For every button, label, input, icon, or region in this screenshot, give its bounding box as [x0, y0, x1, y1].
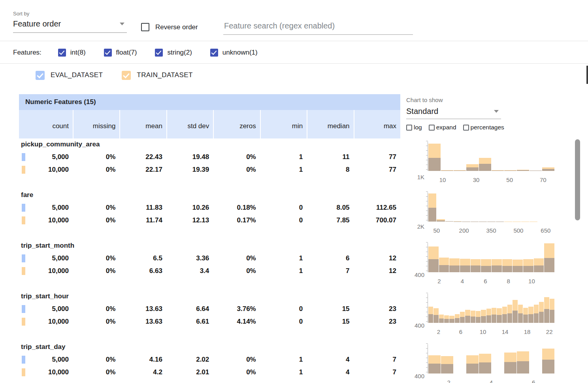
column-header-min: min [261, 110, 307, 138]
histogram-bucket [502, 243, 513, 272]
histogram-plot-wrap: 10305070 [428, 142, 555, 184]
stat-cell: 0% [214, 151, 260, 163]
y-axis-ticks-icon [426, 343, 428, 374]
histogram-bar [445, 221, 453, 222]
stat-value: 15 [342, 305, 350, 313]
histogram-bucket [539, 294, 544, 323]
x-tick-label: 50 [506, 176, 513, 183]
histogram-bucket [542, 142, 555, 171]
histogram-bar [542, 360, 554, 374]
histogram-bar [534, 313, 539, 323]
log-checkbox[interactable] [406, 125, 412, 131]
sort-by-select[interactable]: Feature order [13, 17, 127, 33]
percentages-checkbox[interactable] [463, 125, 469, 131]
stat-value: 5,000 [52, 204, 69, 211]
reverse-order-checkbox[interactable] [141, 23, 149, 31]
stat-cell: 6.61 [167, 315, 213, 328]
stat-cell: 5,000 [19, 252, 73, 265]
table-title-band: Numeric Features (15) [19, 94, 400, 110]
feature-name: pickup_community_area [21, 140, 100, 148]
stat-cell: 8 [307, 163, 353, 176]
x-tick-label: 10 [480, 328, 486, 335]
histogram-bar [502, 266, 513, 272]
histogram-bucket [433, 294, 439, 323]
stats-row: 10,000 0% 11.74 12.13 0.17% 0 7.85 700.0… [19, 214, 400, 227]
stat-cell: 6.63 [120, 265, 166, 277]
histogram-bucket [441, 344, 454, 374]
y-axis-label: 1K [417, 173, 424, 180]
filter-int[interactable]: int(8) [58, 49, 86, 57]
stat-value: 4 [346, 356, 349, 363]
histogram-bucket [479, 192, 487, 222]
y-axis: 400 [408, 344, 428, 383]
histogram-bar [539, 312, 544, 323]
filter-string[interactable]: string(2) [155, 49, 192, 57]
histogram-bar [530, 171, 542, 171]
table-scrollbar-thumb[interactable] [575, 139, 580, 220]
filter-unknown[interactable]: unknown(1) [210, 49, 258, 57]
stat-cell: 10,000 [19, 366, 73, 379]
stats-row: 5,000 0% 11.83 10.26 0.18% 0 8.05 112.65 [19, 201, 400, 214]
x-axis-ticks: 246810 [428, 278, 555, 286]
stat-cell: 11 [307, 151, 353, 163]
toggle-percentages[interactable]: percentages [463, 124, 504, 131]
x-tick-label: 4 [461, 278, 464, 284]
histogram-bucket [466, 344, 479, 374]
dataset-marker [22, 305, 25, 313]
x-axis-ticks: 10305070 [428, 176, 555, 184]
histogram-bucket [523, 243, 534, 272]
histogram-bar [439, 265, 449, 273]
stat-value: 1 [299, 267, 303, 275]
column-header-mean: mean [120, 110, 166, 138]
stat-value: 1 [299, 153, 303, 161]
feature-name: trip_start_month [21, 242, 74, 250]
histogram-bar [518, 313, 523, 323]
histogram-bars [428, 142, 555, 171]
y-axis: 2K [408, 192, 428, 235]
histogram-bar [471, 265, 481, 272]
histogram-bar [502, 314, 507, 323]
histogram-bar [437, 220, 445, 222]
stat-value: 0 [299, 318, 303, 325]
stat-cell: 0% [74, 214, 119, 227]
feature-search-input[interactable] [223, 19, 413, 35]
stat-cell: 4.16 [120, 353, 166, 366]
histogram-bar [523, 266, 533, 272]
stat-cell: 0% [74, 303, 119, 315]
stat-cell: 0% [74, 151, 119, 163]
eval-dataset-checkbox[interactable] [36, 71, 45, 80]
expand-label: expand [436, 124, 456, 131]
toggle-expand[interactable]: expand [429, 124, 456, 131]
histogram-bar [444, 319, 449, 323]
percentages-label: percentages [471, 124, 504, 131]
stats-row: 10,000 0% 22.17 19.39 0% 1 8 77 [19, 163, 400, 176]
expand-checkbox[interactable] [429, 125, 435, 131]
float-checkbox[interactable] [104, 49, 112, 57]
histogram-bucket [460, 294, 465, 323]
stat-cell: 0% [74, 163, 119, 176]
histogram-bar [523, 315, 528, 323]
stat-cell: 0% [214, 252, 260, 265]
stat-value: 10.26 [192, 204, 209, 211]
train-dataset-checkbox[interactable] [122, 71, 131, 80]
string-checkbox[interactable] [155, 49, 163, 57]
int-checkbox[interactable] [58, 49, 66, 57]
unknown-checkbox[interactable] [210, 49, 218, 57]
histogram-bar [479, 164, 491, 171]
page-scrollbar-thumb[interactable] [586, 66, 588, 84]
chart-toggles: log expand percentages [406, 124, 561, 131]
chart-type-select[interactable]: Standard [406, 103, 501, 119]
stat-cell: 10.26 [167, 201, 213, 214]
sort-by-group: Sort by Feature order [13, 11, 127, 33]
stat-value: 0% [106, 204, 116, 211]
histogram-bar [481, 266, 491, 272]
toggle-log[interactable]: log [406, 124, 422, 131]
histogram-bucket [492, 142, 504, 171]
histogram-bucket [455, 294, 460, 323]
filter-float[interactable]: float(7) [104, 49, 137, 57]
stat-cell: 77 [354, 163, 400, 176]
histogram-bar [513, 311, 517, 323]
stat-value: 0.18% [237, 204, 256, 211]
feature-block: trip_start_month 5,000 0% 6.5 3.36 0% 1 … [0, 240, 573, 290]
histogram-plot [428, 294, 555, 323]
